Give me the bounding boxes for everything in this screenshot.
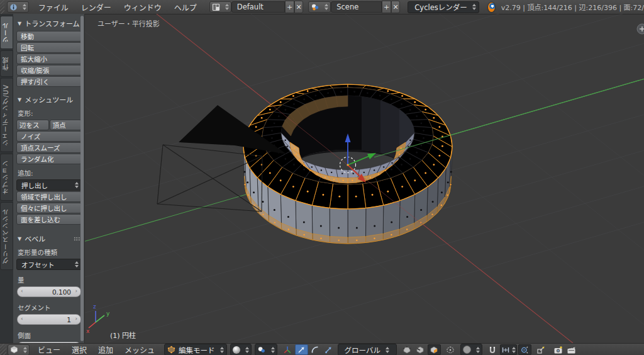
scene-selector[interactable] — [308, 1, 331, 13]
transform-orientation-select[interactable]: グローバル — [338, 344, 397, 355]
push-pull-button[interactable]: 押す/引く — [16, 76, 82, 87]
occlude-geometry-icon — [446, 346, 455, 354]
panel-header-mesh-tools[interactable]: ▼ メッシュツール — [18, 94, 82, 104]
randomize-button[interactable]: ランダム化 — [16, 154, 82, 164]
amount-label: 量 — [18, 275, 82, 285]
extrude-menu[interactable]: 押し出し — [16, 179, 82, 191]
tab-tools[interactable]: ツール — [0, 16, 13, 49]
extrude-region-button[interactable]: 領域で押し出し — [16, 191, 82, 202]
edge-slide-button[interactable]: 辺をス — [16, 120, 49, 130]
tab-options[interactable]: オプション — [0, 154, 13, 201]
viewport-hud: ユーザー・平行投影(1) 円柱 — [97, 20, 160, 340]
window-corner-grip[interactable] — [0, 344, 6, 355]
scene-icon — [311, 3, 319, 11]
tool-shelf: ツール 作成 シェーディング/UV オプション グリースペンシル ▼ トランスフ… — [0, 14, 85, 343]
chevron-updown-icon — [75, 182, 79, 188]
face-select-icon — [430, 346, 438, 354]
shelf-scrollbar[interactable] — [80, 16, 84, 341]
chevron-updown-icon — [75, 261, 79, 268]
extrude-individual-button[interactable]: 個々に押し出し — [16, 203, 82, 213]
decrement-arrow-icon[interactable]: ‹ — [21, 315, 23, 322]
mode-select[interactable]: 編集モード — [164, 344, 227, 355]
chevron-updown-icon — [245, 347, 249, 353]
rotate-manipulator-button[interactable] — [309, 345, 321, 354]
add-scene-button[interactable]: + — [382, 1, 391, 13]
viewport-3d[interactable]: ユーザー・平行投影(1) 円柱zyx — [85, 14, 644, 343]
3d-view-editor-icon — [10, 346, 18, 354]
expand-properties-region[interactable] — [637, 24, 644, 34]
shrink-fatten-button[interactable]: 収縮/膨張 — [16, 65, 82, 76]
deform-label: 変形: — [18, 108, 82, 118]
panel-header-bevel[interactable]: ▼ ベベル — [18, 234, 82, 244]
scale-manipulator-button[interactable] — [323, 345, 335, 354]
vertex-select-icon — [402, 346, 411, 354]
editor-type-selector[interactable] — [8, 344, 30, 355]
menu-file[interactable]: ファイル — [32, 2, 75, 13]
menu-select[interactable]: 選択 — [66, 344, 92, 355]
tab-shading-uv[interactable]: シェーディング/UV — [0, 78, 13, 152]
scale-button[interactable]: 拡大縮小 — [16, 54, 82, 64]
amount-value: 0.100 — [52, 288, 71, 296]
viewport-shading-select[interactable] — [230, 344, 252, 355]
proportional-edit-select[interactable] — [460, 344, 482, 355]
limit-selection-visible-button[interactable] — [445, 345, 457, 354]
render-preview-button[interactable] — [552, 345, 564, 354]
pivot-point-select[interactable] — [255, 344, 277, 355]
info-editor-icon — [9, 3, 18, 11]
manipulator-toggle-button[interactable] — [282, 345, 294, 354]
scrollbar-thumb[interactable] — [80, 16, 84, 341]
clapperboard-icon — [567, 346, 576, 354]
vertex-slide-button[interactable]: 頂点 — [50, 120, 82, 130]
translate-button[interactable]: 移動 — [16, 31, 82, 42]
menu-help[interactable]: ヘルプ — [168, 2, 203, 13]
editor-type-selector[interactable] — [7, 1, 29, 13]
render-animation-button[interactable] — [565, 345, 577, 354]
screen-layout-name[interactable]: Default — [231, 1, 286, 13]
inset-faces-button[interactable]: 面を差し込む — [16, 214, 82, 225]
scene-name[interactable]: Scene — [331, 1, 382, 13]
rotate-button[interactable]: 回転 — [16, 42, 82, 53]
translate-manipulator-button[interactable] — [295, 344, 308, 355]
menu-window[interactable]: ウィンドウ — [118, 2, 168, 13]
edit-mode-icon — [167, 346, 175, 354]
noise-button[interactable]: ノイズ — [16, 131, 82, 142]
render-group — [552, 345, 578, 354]
manipulate-center-points-button[interactable] — [535, 345, 547, 354]
center-points-icon — [536, 346, 545, 354]
window-corner-grip[interactable] — [0, 0, 4, 14]
segments-value: 1 — [67, 316, 71, 324]
snap-group — [486, 344, 532, 355]
face-select-button[interactable] — [428, 344, 441, 355]
add-layout-button[interactable]: + — [285, 1, 294, 13]
panel-grip-icon[interactable] — [74, 237, 80, 241]
amount-type-select[interactable]: オフセット — [16, 259, 82, 270]
tool-shelf-tabs: ツール 作成 シェーディング/UV オプション グリースペンシル — [0, 14, 13, 343]
decrement-arrow-icon[interactable]: ‹ — [21, 288, 23, 294]
snap-target-button[interactable] — [518, 344, 531, 355]
camera-icon — [553, 346, 563, 354]
menu-view[interactable]: ビュー — [32, 344, 66, 355]
snap-increment-icon — [501, 346, 510, 354]
amount-field[interactable]: ‹ 0.100 › — [17, 286, 81, 297]
edge-select-button[interactable] — [414, 345, 426, 354]
smooth-vertex-button[interactable]: 頂点スムーズ — [16, 142, 82, 153]
render-engine-value: Cyclesレンダー — [414, 2, 467, 12]
tab-create[interactable]: 作成 — [0, 50, 13, 77]
segments-field[interactable]: ‹ 1 › — [17, 314, 81, 325]
snap-toggle-button[interactable] — [487, 345, 499, 354]
menu-render[interactable]: レンダー — [75, 2, 118, 13]
close-layout-button[interactable]: ✕ — [294, 1, 303, 13]
chevron-updown-icon — [476, 347, 480, 353]
increment-arrow-icon[interactable]: › — [75, 315, 77, 322]
increment-arrow-icon[interactable]: › — [75, 288, 77, 294]
tool-shelf-content: ▼ トランスフォーム 移動 回転 拡大縮小 収縮/膨張 押す/引く ▼ メッシュ… — [13, 14, 84, 343]
snap-element-select[interactable] — [500, 344, 517, 355]
menu-add[interactable]: 追加 — [92, 344, 119, 355]
tab-grease-pencil[interactable]: グリースペンシル — [0, 202, 13, 270]
menu-mesh[interactable]: メッシュ — [119, 344, 160, 355]
vertex-select-button[interactable] — [401, 345, 413, 354]
screen-layout-selector[interactable] — [209, 1, 231, 13]
close-scene-button[interactable]: ✕ — [391, 1, 400, 13]
render-engine-select[interactable]: Cyclesレンダー — [408, 1, 479, 13]
panel-header-transform[interactable]: ▼ トランスフォーム — [18, 18, 82, 28]
